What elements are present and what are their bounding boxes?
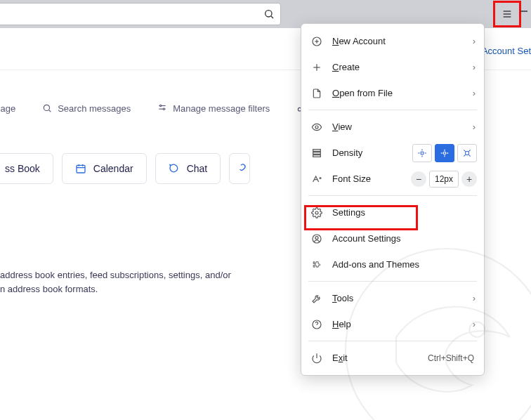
gear-icon [311,207,322,218]
svg-point-24 [315,126,318,129]
font-decrease-button[interactable]: − [411,171,426,187]
label: Manage message filters [173,103,270,114]
font-icon [311,173,322,185]
eye-icon [311,122,322,133]
app-menu-button[interactable] [495,2,519,26]
link-icon [235,163,247,174]
label: View [332,122,352,132]
plus-circle-icon [311,36,322,47]
label: Settings [332,207,365,218]
action-manage-filters[interactable]: Manage message filters [157,103,270,114]
density-compact-button[interactable] [412,144,432,162]
label: Chat [187,163,208,174]
chevron-right-icon: › [473,36,476,46]
font-increase-button[interactable]: + [461,171,477,187]
svg-rect-27 [313,155,321,157]
label: New Account [332,36,386,46]
window-minimize-button[interactable] [520,7,531,15]
line2: n address book formats. [0,282,295,296]
card-calendar[interactable]: Calendar [62,153,147,184]
label: Calendar [93,163,133,174]
svg-rect-28 [421,152,424,155]
svg-point-0 [266,11,272,17]
sliders-icon [157,103,167,113]
search-icon [42,103,52,113]
label: Search messages [58,103,131,114]
global-search-input[interactable] [0,3,281,25]
description-text: address book entries, feed subscriptions… [0,268,295,296]
action-sage[interactable]: sage [0,103,15,114]
calendar-icon [75,163,86,174]
label: Font Size [332,173,371,184]
label: Create [332,62,360,72]
svg-point-6 [44,105,50,110]
file-icon [311,88,322,99]
svg-rect-25 [313,149,321,151]
account-settings-link[interactable]: Account Set [482,46,531,56]
menu-separator [308,110,477,110]
chat-icon [169,163,180,174]
action-search-messages[interactable]: Search messages [42,103,131,114]
density-icon [311,147,322,159]
menu-view[interactable]: View › [301,114,484,140]
menu-new-account[interactable]: New Account › [301,28,484,54]
label: Open from File [332,88,393,98]
menu-font-size: Font Size − 12px + [301,166,484,192]
font-size-value: 12px [429,171,459,188]
svg-rect-26 [313,152,321,154]
chevron-right-icon: › [473,122,476,132]
svg-line-7 [49,110,51,112]
search-icon [263,8,275,20]
menu-density: Density [301,140,484,166]
svg-point-42 [315,211,318,214]
plus-icon [311,62,322,73]
svg-rect-38 [466,151,469,155]
label: Density [332,147,362,158]
chevron-right-icon: › [473,88,476,98]
svg-point-33 [443,152,446,155]
line1: address book entries, feed subscriptions… [0,268,295,282]
svg-line-1 [271,16,273,18]
menu-create[interactable]: Create › [301,54,484,80]
card-chat[interactable]: Chat [155,153,221,184]
menu-open-from-file[interactable]: Open from File › [301,80,484,106]
svg-point-49 [469,322,485,337]
density-relaxed-button[interactable] [457,144,477,162]
svg-point-9 [160,105,162,106]
svg-point-44 [315,236,318,239]
menu-separator [308,195,477,196]
chevron-right-icon: › [473,62,476,72]
svg-rect-15 [77,165,85,173]
label: ss Book [5,163,40,174]
card-partial[interactable] [229,153,250,184]
card-address-book[interactable]: ss Book [0,153,53,184]
thunderbird-watermark-icon [320,223,531,420]
menu-settings[interactable]: Settings [301,199,484,225]
svg-point-11 [163,108,164,110]
density-default-button[interactable] [435,144,454,162]
